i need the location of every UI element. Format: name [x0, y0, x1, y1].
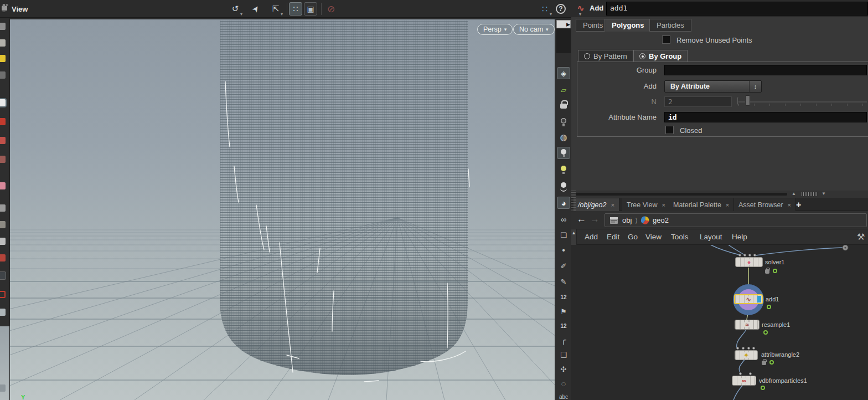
- menu-help[interactable]: Help: [732, 233, 747, 241]
- display-points-icon[interactable]: •: [557, 244, 570, 257]
- shelf-tool-icon[interactable]: [0, 137, 6, 144]
- menu-view[interactable]: View: [645, 233, 662, 241]
- closed-checkbox[interactable]: [665, 126, 674, 134]
- shelf-tool-icon[interactable]: [0, 238, 6, 245]
- light-off-icon[interactable]: [557, 116, 570, 128]
- text-overlay-icon[interactable]: abc: [557, 391, 570, 400]
- shelf-tool-icon[interactable]: [0, 204, 6, 212]
- shelf-tool-icon[interactable]: [0, 291, 6, 298]
- multi-pane-toggle-icon[interactable]: ∷: [289, 2, 302, 16]
- radio-tab-by-group[interactable]: By Group: [633, 50, 688, 62]
- shelf-tool-icon[interactable]: [0, 272, 6, 279]
- node-resample1[interactable]: ≈: [735, 320, 760, 330]
- node-input-dot[interactable]: [749, 372, 752, 375]
- new-tab-button[interactable]: +: [792, 198, 805, 211]
- handles-icon[interactable]: ❑: [557, 348, 570, 361]
- viewport-3d[interactable]: Persp▾ No cam▾ Y: [10, 19, 555, 400]
- node-input-dot[interactable]: [743, 254, 746, 257]
- node-input-dot[interactable]: [736, 347, 739, 350]
- node-input-dot[interactable]: [748, 254, 751, 257]
- close-icon[interactable]: ×: [726, 202, 729, 208]
- vector-display-icon[interactable]: ✣: [557, 363, 570, 375]
- group-input[interactable]: [664, 65, 867, 75]
- node-attribwrangle2[interactable]: ✦: [735, 350, 758, 360]
- shelf-tool-icon[interactable]: [0, 254, 6, 261]
- node-input-dot[interactable]: [738, 254, 741, 257]
- lock-flag-icon[interactable]: [765, 269, 769, 274]
- shelf-tool-icon[interactable]: [0, 118, 6, 125]
- profile-curve-icon[interactable]: ╭: [557, 334, 570, 346]
- n-input[interactable]: 2: [664, 96, 732, 107]
- point-normals-icon[interactable]: ✎: [557, 275, 570, 288]
- node-label[interactable]: add1: [766, 296, 779, 302]
- ghost-geometry-icon[interactable]: ❏: [557, 229, 570, 241]
- horizontal-scrollbar[interactable]: [576, 193, 787, 196]
- breadcrumb-item-geo2[interactable]: geo2: [653, 216, 669, 224]
- node-vdbfromparticles1[interactable]: ∞: [732, 376, 756, 386]
- point-numbers-icon[interactable]: 12: [557, 291, 570, 303]
- tab-material-palette[interactable]: Material Palette ×: [669, 198, 734, 211]
- shelf-tool-icon[interactable]: [0, 55, 6, 62]
- camera-select-button[interactable]: No cam▾: [513, 24, 555, 35]
- camera-move-icon[interactable]: ⇱▾: [269, 2, 282, 16]
- dashed-circle-icon[interactable]: ◌: [557, 377, 570, 389]
- perspective-view-button[interactable]: Persp▾: [477, 24, 513, 35]
- close-icon[interactable]: ×: [662, 202, 665, 208]
- menu-scroll-strip[interactable]: ▲: [571, 229, 577, 245]
- node-solver1[interactable]: ●: [735, 257, 763, 267]
- menu-add[interactable]: Add: [585, 233, 598, 241]
- remove-unused-points-checkbox[interactable]: [662, 35, 670, 44]
- node-label[interactable]: attribwrangle2: [761, 351, 799, 358]
- toolbar-scroll-track[interactable]: [556, 29, 571, 53]
- prim-numbers-icon[interactable]: 12: [557, 320, 570, 332]
- shelf-tool-icon[interactable]: [0, 23, 6, 30]
- menu-tools[interactable]: Tools: [671, 233, 689, 241]
- node-name-input[interactable]: add1: [606, 2, 868, 16]
- node-add1[interactable]: ∿: [734, 294, 763, 304]
- prim-markers-icon[interactable]: ⚑: [557, 305, 570, 317]
- pane-splitter-grip[interactable]: [571, 191, 576, 212]
- node-input-dot[interactable]: [742, 347, 745, 350]
- construction-plane-icon[interactable]: ▱: [557, 84, 570, 96]
- node-input-dot[interactable]: [753, 254, 756, 257]
- splitter-collapse-down-icon[interactable]: ▼: [822, 191, 826, 196]
- bypass-flag-icon[interactable]: [763, 330, 768, 335]
- node-label[interactable]: vdbfromparticles1: [759, 377, 807, 384]
- breadcrumb-item-obj[interactable]: obj: [622, 216, 632, 224]
- menu-layout[interactable]: Layout: [700, 233, 722, 241]
- shelf-tool-icon[interactable]: [0, 71, 6, 79]
- menu-edit[interactable]: Edit: [607, 233, 619, 241]
- view-highlight-icon[interactable]: ◈: [557, 67, 570, 79]
- n-slider-handle[interactable]: [745, 95, 750, 106]
- forward-button[interactable]: →: [590, 214, 600, 225]
- menu-go[interactable]: Go: [628, 233, 638, 241]
- point-trails-icon[interactable]: ✐: [557, 260, 570, 272]
- material-sphere-icon[interactable]: ◍: [557, 131, 570, 143]
- attribute-name-input[interactable]: id: [664, 112, 867, 122]
- snapshot-toggle-icon[interactable]: ▣: [304, 2, 317, 16]
- select-arrow-icon[interactable]: ➤: [246, 0, 265, 18]
- tab-tree-view[interactable]: Tree View ×: [622, 198, 670, 211]
- splitter-collapse-up-icon[interactable]: ▲: [792, 191, 796, 196]
- node-label[interactable]: resample1: [762, 321, 790, 328]
- display-flag[interactable]: [757, 296, 761, 302]
- headlight-only-icon[interactable]: [557, 147, 570, 159]
- shelf-tool-icon[interactable]: [0, 39, 6, 47]
- light-add-icon[interactable]: [557, 163, 570, 176]
- pane-menu-icon[interactable]: [1, 3, 10, 12]
- radio-tab-by-pattern[interactable]: By Pattern: [578, 50, 633, 62]
- shelf-tool-icon[interactable]: [0, 309, 6, 316]
- node-input-dot[interactable]: [752, 347, 755, 350]
- close-icon[interactable]: ×: [611, 202, 614, 208]
- bypass-flag-icon[interactable]: [769, 360, 774, 365]
- add-node-type-icon[interactable]: ∿ ▾: [574, 2, 587, 14]
- shelf-tool-icon[interactable]: [0, 384, 6, 392]
- wrench-tools-icon[interactable]: ⚒: [857, 232, 865, 242]
- bypass-flag-icon[interactable]: [767, 305, 771, 309]
- tab-obj-geo2[interactable]: /obj/geo2 ×: [574, 198, 619, 211]
- shelf-tool-icon[interactable]: [0, 182, 6, 189]
- help-icon[interactable]: ?: [556, 4, 566, 14]
- network-graph[interactable]: ● solver1 ∿ add1 ≈ resample1: [571, 245, 868, 400]
- normal-lighting-icon[interactable]: [557, 180, 570, 192]
- toolbar-scroll-handle[interactable]: ▶: [556, 20, 571, 28]
